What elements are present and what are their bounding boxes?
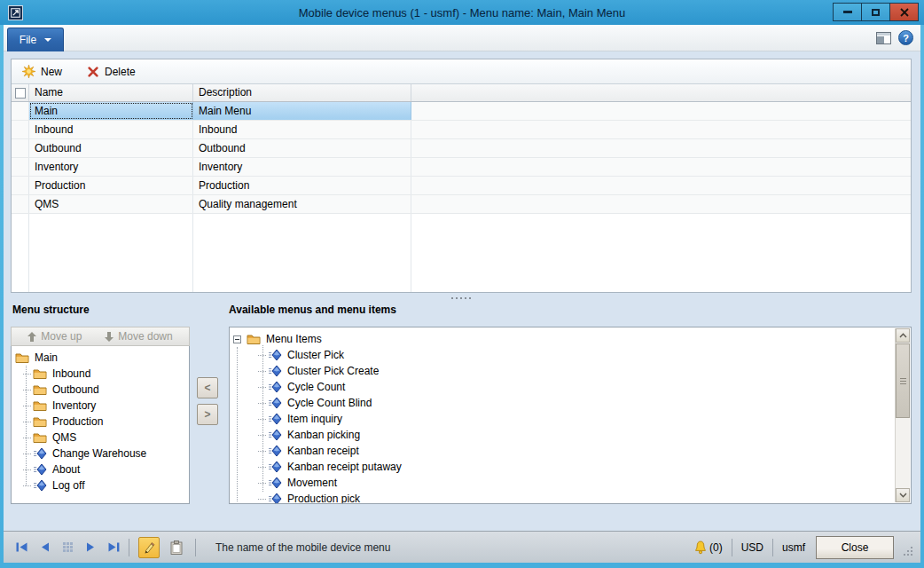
grid-empty-area <box>12 214 911 292</box>
tree-item[interactable]: Production <box>12 414 189 430</box>
cell-name[interactable]: Inbound <box>29 121 193 138</box>
cell-name[interactable]: QMS <box>29 195 193 213</box>
close-button[interactable]: Close <box>816 536 894 559</box>
menu-structure-tree: Main Inbound Outbound Inventory Producti… <box>11 346 190 504</box>
column-header-name[interactable]: Name <box>29 84 193 101</box>
maximize-button[interactable] <box>861 3 890 21</box>
tree-item[interactable]: Outbound <box>12 382 189 398</box>
folder-icon <box>247 333 261 345</box>
divider <box>732 539 732 556</box>
collapse-icon[interactable] <box>233 335 241 343</box>
table-row[interactable]: Inventory Inventory <box>12 158 911 177</box>
tree-item[interactable]: Movement <box>231 475 909 491</box>
scrollbar-thumb[interactable] <box>896 343 910 418</box>
add-to-menu-button[interactable]: < <box>197 377 218 398</box>
window-layout-icon[interactable] <box>876 32 891 44</box>
app-icon[interactable] <box>8 5 23 20</box>
tree-item[interactable]: Production pick <box>231 491 909 504</box>
file-menu-button[interactable]: File <box>7 28 64 51</box>
tree-item[interactable]: Inbound <box>12 366 189 382</box>
first-record-icon[interactable] <box>16 542 27 552</box>
tree-item[interactable]: Cluster Pick Create <box>231 363 909 379</box>
company-indicator[interactable]: usmf <box>782 541 805 554</box>
cell-name[interactable]: Main <box>29 102 193 120</box>
table-row[interactable]: Outbound Outbound <box>12 139 911 158</box>
file-menu-label: File <box>20 34 36 46</box>
cell-description[interactable]: Inventory <box>193 158 411 176</box>
statusbar: The name of the mobile device menu (0) U… <box>4 531 920 563</box>
next-record-icon[interactable] <box>85 542 97 552</box>
folder-icon <box>33 367 47 380</box>
close-window-button[interactable] <box>889 3 919 21</box>
help-icon[interactable]: ? <box>898 30 913 45</box>
cell-name[interactable]: Inventory <box>29 158 193 176</box>
select-all-cell[interactable] <box>12 84 29 101</box>
cell-description[interactable]: Inbound <box>193 121 411 138</box>
new-button[interactable]: New <box>22 65 62 78</box>
available-menus-title: Available menus and menu items <box>229 304 396 316</box>
divider <box>772 539 773 556</box>
menu-item-icon <box>268 460 282 474</box>
arrow-up-icon <box>27 332 36 342</box>
minimize-icon <box>843 11 852 13</box>
delete-button[interactable]: Delete <box>87 66 136 78</box>
tree-item[interactable]: Inventory <box>12 398 189 414</box>
menu-item-icon <box>268 476 282 490</box>
tree-item[interactable]: Kanban receipt <box>231 443 909 459</box>
minimize-button[interactable] <box>833 3 862 21</box>
table-row[interactable]: Production Production <box>12 177 911 195</box>
table-row[interactable]: Main Main Menu <box>12 102 911 121</box>
folder-icon <box>15 351 29 364</box>
scroll-up-button[interactable] <box>896 328 910 343</box>
horizontal-splitter[interactable] <box>11 295 912 302</box>
tree-item[interactable]: About <box>12 462 189 477</box>
cell-description[interactable]: Production <box>193 177 411 194</box>
cell-description[interactable]: Main Menu <box>193 102 411 120</box>
close-icon <box>900 8 909 17</box>
tree-item-root[interactable]: Menu Items <box>231 331 909 347</box>
tree-item[interactable]: Kanban picking <box>231 427 909 443</box>
new-button-label: New <box>41 66 62 78</box>
record-navigation <box>16 542 120 552</box>
tree-item[interactable]: Log off <box>12 477 189 493</box>
notification-count: (0) <box>709 541 723 554</box>
tree-item[interactable]: QMS <box>12 430 189 446</box>
folder-icon <box>33 399 47 412</box>
tree-item[interactable]: Item inquiry <box>231 411 909 427</box>
previous-record-icon[interactable] <box>39 542 51 552</box>
tree-item[interactable]: Change Warehouse <box>12 446 189 462</box>
table-row[interactable]: QMS Quality management <box>12 195 911 214</box>
cell-description[interactable]: Quality management <box>193 195 411 213</box>
last-record-icon[interactable] <box>108 542 120 552</box>
resize-grip-icon[interactable] <box>903 546 913 556</box>
vertical-scrollbar[interactable] <box>895 328 910 502</box>
available-menus-tree: Menu Items Cluster Pick Cluster Pick Cre… <box>231 331 909 501</box>
chevron-down-icon <box>44 38 51 42</box>
bell-icon <box>693 540 708 555</box>
chevron-down-icon <box>899 493 907 498</box>
tree-item[interactable]: Cycle Count Blind <box>231 395 909 411</box>
titlebar: Mobile device menus (1 - usmf) - Menu na… <box>0 0 924 25</box>
move-toolbar: Move up Move down <box>11 327 190 346</box>
tree-item[interactable]: Cycle Count <box>231 379 909 395</box>
cell-name[interactable]: Production <box>29 177 193 194</box>
move-down-button[interactable]: Move down <box>105 330 172 343</box>
grid-body: Main Main Menu Inbound Inbound Outbound … <box>12 102 911 292</box>
tree-item-root[interactable]: Main <box>12 350 189 366</box>
select-all-checkbox[interactable] <box>15 88 26 99</box>
tree-item[interactable]: Kanban receipt putaway <box>231 459 909 475</box>
cell-name[interactable]: Outbound <box>29 139 193 157</box>
menu-item-icon <box>268 380 282 394</box>
currency-indicator[interactable]: USD <box>741 541 763 554</box>
cell-description[interactable]: Outbound <box>193 139 411 157</box>
tree-item[interactable]: Cluster Pick <box>231 347 909 363</box>
attachments-button[interactable] <box>167 537 186 558</box>
notifications-button[interactable]: (0) <box>693 540 723 555</box>
grid-view-icon[interactable] <box>62 542 74 552</box>
move-up-button[interactable]: Move up <box>27 330 82 343</box>
table-row[interactable]: Inbound Inbound <box>12 121 911 139</box>
scroll-down-button[interactable] <box>896 488 910 502</box>
column-header-description[interactable]: Description <box>193 84 411 101</box>
remove-from-menu-button[interactable]: > <box>197 404 218 425</box>
edit-mode-button[interactable] <box>138 537 160 558</box>
